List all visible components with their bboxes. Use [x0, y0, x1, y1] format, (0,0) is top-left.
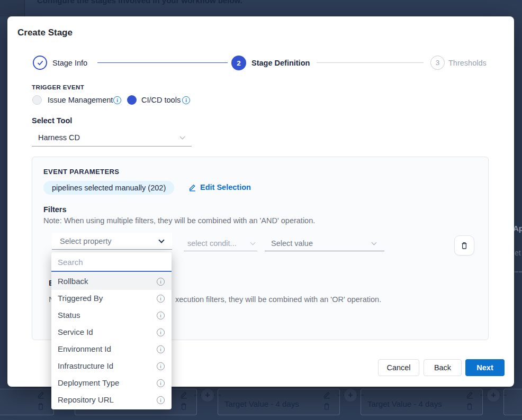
info-icon[interactable]: i: [157, 295, 165, 303]
filters-heading: Filters: [43, 205, 67, 214]
trash-icon: [180, 402, 187, 410]
stage-card-label: Target Value - 4 days: [367, 399, 442, 408]
info-icon[interactable]: i: [157, 328, 165, 336]
background-sidebar-edge: [0, 0, 25, 16]
stepper-connector-active: [97, 62, 228, 63]
info-icon[interactable]: i: [157, 345, 165, 353]
info-icon[interactable]: i: [157, 362, 165, 370]
dropdown-option-status[interactable]: Statusi: [51, 307, 172, 324]
trash-icon: [37, 402, 44, 410]
info-icon[interactable]: i: [113, 96, 121, 104]
info-icon[interactable]: i: [182, 96, 190, 104]
dropdown-option-repository-url[interactable]: Repository URLi: [51, 391, 172, 408]
edit-pencil-icon: [323, 391, 331, 399]
select-value-dropdown[interactable]: Select value: [265, 236, 384, 251]
step-thresholds-indicator[interactable]: 3: [430, 56, 445, 70]
info-icon[interactable]: i: [157, 278, 165, 286]
add-stage-plus-icon: +: [201, 389, 214, 401]
select-property-dropdown[interactable]: Select property: [52, 233, 172, 250]
radio-issue-management-label[interactable]: Issue Management: [48, 96, 113, 104]
radio-issue-management[interactable]: [32, 95, 42, 105]
info-icon[interactable]: i: [157, 312, 165, 319]
modal-title: Create Stage: [17, 28, 73, 38]
select-value-placeholder: Select value: [271, 239, 313, 248]
trash-icon: [461, 241, 468, 250]
back-button[interactable]: Back: [424, 359, 462, 376]
select-tool-value: Harness CD: [38, 133, 80, 142]
dropdown-option-rollback[interactable]: Rollbacki: [51, 273, 172, 290]
edit-pencil-icon: [466, 391, 474, 399]
create-stage-modal: Create Stage Stage Info 2 Stage Definiti…: [7, 16, 514, 387]
step-thresholds-label[interactable]: Thresholds: [448, 59, 487, 67]
property-dropdown-menu: Rollbacki Triggered Byi Statusi Service …: [51, 252, 172, 409]
delete-filter-button[interactable]: [454, 235, 474, 255]
cancel-button[interactable]: Cancel: [378, 359, 419, 376]
filters-note: Note: When using multiple filters, they …: [43, 216, 315, 225]
dropdown-option-service-id[interactable]: Service Idi: [51, 324, 172, 341]
dropdown-search-row: [51, 252, 172, 272]
step-stage-definition-label[interactable]: Stage Definition: [251, 59, 310, 67]
search-input[interactable]: [58, 255, 164, 268]
pipelines-selected-pill: pipelines selected manually (202): [43, 181, 174, 195]
stage-card: [0, 389, 54, 415]
select-condition-placeholder: select condit...: [187, 239, 237, 248]
step-stage-definition-indicator[interactable]: 2: [231, 56, 246, 70]
event-parameters-heading: EVENT PARAMETERS: [43, 168, 119, 176]
dropdown-option-triggered-by[interactable]: Triggered Byi: [51, 290, 172, 307]
stage-card: Target Value - 4 days: [361, 389, 483, 415]
step-stage-info-label[interactable]: Stage Info: [52, 59, 87, 67]
chevron-down-icon: [372, 240, 377, 245]
dropdown-option-environment-id[interactable]: Environment Idi: [51, 341, 172, 358]
chevron-down-icon: [180, 134, 185, 140]
edit-pencil-icon: [37, 391, 45, 399]
edit-pencil-icon: [180, 391, 188, 399]
radio-cicd-tools-label[interactable]: CI/CD tools: [141, 96, 181, 104]
trigger-event-label: TRIGGER EVENT: [32, 84, 84, 90]
chevron-down-icon: [250, 240, 256, 245]
add-stage-plus-icon: +: [487, 389, 500, 401]
edit-pencil-icon: [188, 184, 196, 191]
select-condition-dropdown[interactable]: select condit...: [184, 236, 257, 251]
step-stage-info-indicator[interactable]: [33, 56, 47, 70]
dropdown-option-infrastructure-id[interactable]: Infrastructure Idi: [51, 358, 172, 375]
info-icon[interactable]: i: [157, 396, 165, 404]
trash-icon: [323, 402, 330, 410]
next-button[interactable]: Next: [465, 359, 505, 376]
chevron-down-icon: [158, 237, 164, 243]
dropdown-option-deployment-type[interactable]: Deployment Typei: [51, 375, 172, 391]
stage-card: Target Value - 4 days: [218, 389, 340, 415]
check-icon: [37, 60, 43, 66]
stepper-connector-inactive: [317, 62, 424, 63]
execution-filters-note: xecution filters, they will be combined …: [175, 295, 381, 304]
stage-card: [503, 389, 522, 415]
background-text-fragment: et: [515, 249, 521, 257]
background-text-fragment: Ap: [513, 224, 522, 233]
edit-selection-text: Edit Selection: [200, 183, 251, 191]
edit-selection-link[interactable]: Edit Selection: [188, 183, 251, 191]
select-tool-label: Select Tool: [32, 116, 72, 125]
stage-card-label: Target Value - 4 days: [224, 399, 299, 408]
background-page-heading: Configure the stages involved in your wo…: [37, 0, 242, 5]
select-property-placeholder: Select property: [60, 237, 112, 245]
info-icon[interactable]: i: [157, 379, 165, 387]
trash-icon: [466, 402, 473, 410]
select-tool-dropdown[interactable]: Harness CD: [32, 130, 192, 147]
radio-cicd-tools[interactable]: [127, 95, 137, 105]
add-stage-plus-icon: +: [344, 389, 357, 401]
